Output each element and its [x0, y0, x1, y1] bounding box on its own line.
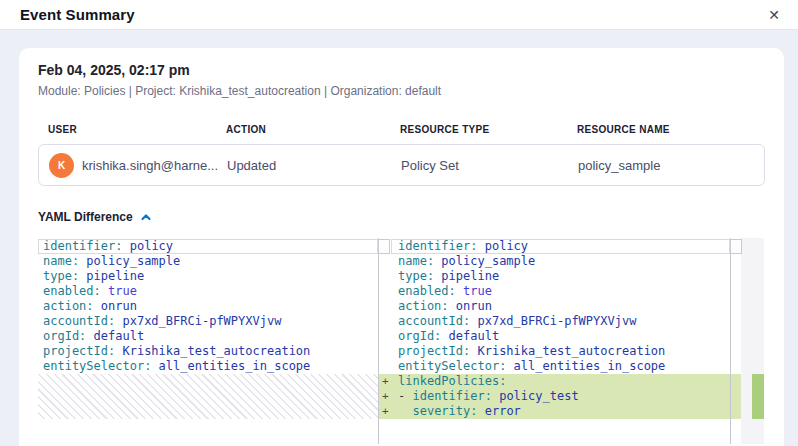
- user-email: krishika.singh@harne...: [82, 158, 218, 173]
- added-lines-highlight: [730, 374, 741, 419]
- diff-line-added: +linkedPolicies:: [379, 374, 730, 389]
- diff-overview-ruler[interactable]: [741, 238, 764, 444]
- resource-type-cell: Policy Set: [401, 158, 578, 173]
- diff-line: identifier: policy: [38, 239, 378, 254]
- column-header-action: Action: [226, 124, 400, 135]
- table-row: K krishika.singh@harne... Updated Policy…: [38, 144, 765, 186]
- diff-line: identifier: policy: [379, 239, 730, 254]
- modal-body: Feb 04, 2025, 02:17 pm Module: Policies …: [0, 30, 798, 446]
- diff-line: entitySelector: all_entities_in_scope: [38, 359, 378, 374]
- diff-pane-original[interactable]: identifier: policyname: policy_sampletyp…: [38, 238, 378, 444]
- diff-line: type: pipeline: [38, 269, 378, 284]
- diff-line: name: policy_sample: [38, 254, 378, 269]
- modified-scrollbar-border: [730, 238, 731, 444]
- audit-table-header: User Action Resource Type Resource Name: [38, 124, 765, 135]
- yaml-diff-editor: identifier: policyname: policy_sampletyp…: [38, 238, 765, 444]
- diff-line: projectId: Krishika_test_autocreation: [379, 344, 730, 359]
- close-icon: ✕: [768, 7, 780, 23]
- diff-line: action: onrun: [379, 299, 730, 314]
- chevron-up-icon: [140, 211, 152, 223]
- diff-line: orgId: default: [379, 329, 730, 344]
- yaml-difference-label: YAML Difference: [38, 210, 133, 224]
- diff-line: accountId: px7xd_BFRCi-pfWPYXVjvw: [38, 314, 378, 329]
- diff-line: name: policy_sample: [379, 254, 730, 269]
- modal-header: Event Summary ✕: [0, 0, 798, 30]
- action-cell: Updated: [227, 158, 401, 173]
- event-meta: Module: Policies | Project: Krishika_tes…: [38, 84, 765, 98]
- diff-placeholder-hatch: [38, 374, 378, 419]
- added-line-marker: +: [382, 389, 389, 404]
- column-header-resource-name: Resource Name: [577, 124, 765, 135]
- modified-scrollbar-thumb[interactable]: [730, 239, 742, 254]
- diff-line: orgId: default: [38, 329, 378, 344]
- diff-line-added: +- identifier: policy_test: [379, 389, 730, 404]
- diff-pane-modified[interactable]: identifier: policyname: policy_sampletyp…: [379, 238, 730, 444]
- diff-line-added: + severity: error: [379, 404, 730, 419]
- yaml-difference-toggle[interactable]: YAML Difference: [38, 210, 152, 224]
- original-scrollbar-thumb[interactable]: [378, 239, 390, 254]
- user-cell: K krishika.singh@harne...: [39, 153, 227, 178]
- added-line-marker: +: [382, 404, 389, 419]
- diff-line: type: pipeline: [379, 269, 730, 284]
- diff-line: enabled: true: [379, 284, 730, 299]
- diff-line: entitySelector: all_entities_in_scope: [379, 359, 730, 374]
- resource-name-cell: policy_sample: [578, 158, 764, 173]
- diff-line: enabled: true: [38, 284, 378, 299]
- event-timestamp: Feb 04, 2025, 02:17 pm: [38, 62, 765, 78]
- column-header-resource-type: Resource Type: [400, 124, 577, 135]
- close-button[interactable]: ✕: [764, 6, 784, 24]
- avatar: K: [49, 153, 74, 178]
- column-header-user: User: [38, 124, 226, 135]
- diff-line: accountId: px7xd_BFRCi-pfWPYXVjvw: [379, 314, 730, 329]
- overview-added-mark: [752, 374, 764, 419]
- page-title: Event Summary: [20, 6, 135, 23]
- event-card: Feb 04, 2025, 02:17 pm Module: Policies …: [19, 48, 784, 446]
- added-line-marker: +: [382, 374, 389, 389]
- diff-splitter[interactable]: [378, 238, 379, 444]
- diff-line: action: onrun: [38, 299, 378, 314]
- diff-line: projectId: Krishika_test_autocreation: [38, 344, 378, 359]
